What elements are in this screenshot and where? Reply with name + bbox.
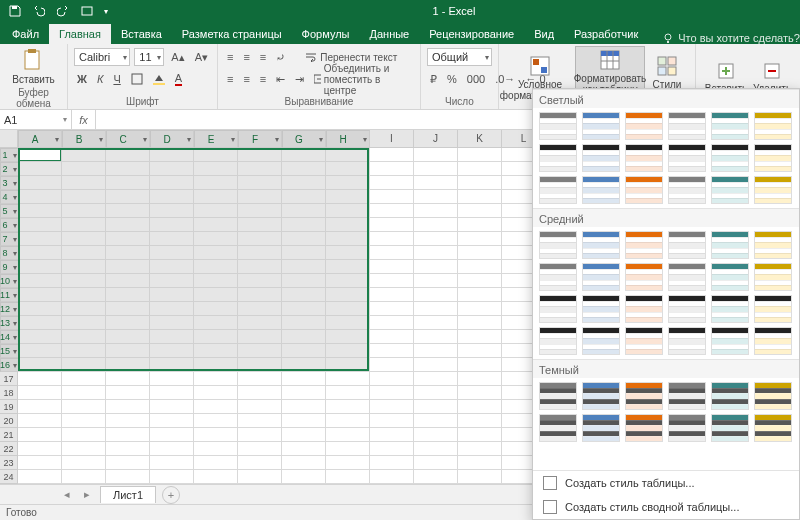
cell[interactable] xyxy=(18,274,62,288)
cell[interactable] xyxy=(18,316,62,330)
cell[interactable] xyxy=(326,260,370,274)
cell[interactable] xyxy=(18,162,62,176)
cell[interactable] xyxy=(62,414,106,428)
col-header[interactable]: A xyxy=(18,130,62,148)
cell[interactable] xyxy=(150,190,194,204)
tab-insert[interactable]: Вставка xyxy=(111,24,172,44)
table-style-swatch[interactable] xyxy=(539,327,577,355)
cell[interactable] xyxy=(326,470,370,484)
cell[interactable] xyxy=(238,302,282,316)
table-style-swatch[interactable] xyxy=(625,231,663,259)
cell[interactable] xyxy=(106,372,150,386)
cell[interactable] xyxy=(414,316,458,330)
cell[interactable] xyxy=(194,358,238,372)
cell[interactable] xyxy=(238,148,282,162)
table-style-swatch[interactable] xyxy=(625,176,663,204)
cell[interactable] xyxy=(370,288,414,302)
cell[interactable] xyxy=(370,190,414,204)
cell[interactable] xyxy=(326,176,370,190)
increase-indent-button[interactable]: ⇥ xyxy=(292,70,307,88)
table-style-swatch[interactable] xyxy=(668,327,706,355)
cell[interactable] xyxy=(62,386,106,400)
cell[interactable] xyxy=(106,470,150,484)
select-all-corner[interactable] xyxy=(0,130,18,148)
cell[interactable] xyxy=(414,260,458,274)
cell[interactable] xyxy=(150,246,194,260)
cell[interactable] xyxy=(62,330,106,344)
cell[interactable] xyxy=(326,344,370,358)
cell[interactable] xyxy=(238,428,282,442)
cell[interactable] xyxy=(370,246,414,260)
cell[interactable] xyxy=(194,204,238,218)
cell[interactable] xyxy=(194,442,238,456)
table-style-swatch[interactable] xyxy=(539,231,577,259)
cell[interactable] xyxy=(106,330,150,344)
cell[interactable] xyxy=(414,288,458,302)
tab-file[interactable]: Файл xyxy=(2,24,49,44)
cell[interactable] xyxy=(150,442,194,456)
tab-review[interactable]: Рецензирование xyxy=(419,24,524,44)
cell[interactable] xyxy=(194,316,238,330)
cell[interactable] xyxy=(238,470,282,484)
table-style-swatch[interactable] xyxy=(625,327,663,355)
table-style-swatch[interactable] xyxy=(754,327,792,355)
cell[interactable] xyxy=(106,344,150,358)
cell[interactable] xyxy=(106,204,150,218)
cell[interactable] xyxy=(62,470,106,484)
cell[interactable] xyxy=(18,400,62,414)
align-left-button[interactable]: ≡ xyxy=(224,70,236,88)
cell[interactable] xyxy=(282,400,326,414)
cell[interactable] xyxy=(194,260,238,274)
cell[interactable] xyxy=(458,372,502,386)
cell[interactable] xyxy=(458,330,502,344)
table-style-swatch[interactable] xyxy=(539,112,577,140)
cell[interactable] xyxy=(106,260,150,274)
cell[interactable] xyxy=(194,246,238,260)
row-header[interactable]: 6 xyxy=(0,218,20,232)
row-header[interactable]: 9 xyxy=(0,260,20,274)
table-style-swatch[interactable] xyxy=(668,176,706,204)
cell[interactable] xyxy=(150,260,194,274)
cell[interactable] xyxy=(458,442,502,456)
cell[interactable] xyxy=(414,246,458,260)
table-style-swatch[interactable] xyxy=(539,414,577,442)
name-box[interactable]: A1▾ xyxy=(0,110,72,129)
cell[interactable] xyxy=(150,344,194,358)
cell[interactable] xyxy=(370,358,414,372)
table-style-swatch[interactable] xyxy=(668,231,706,259)
cell[interactable] xyxy=(414,344,458,358)
cell[interactable] xyxy=(326,148,370,162)
row-header[interactable]: 13 xyxy=(0,316,20,330)
col-header[interactable]: I xyxy=(370,130,414,148)
cell[interactable] xyxy=(18,288,62,302)
row-header[interactable]: 2 xyxy=(0,162,20,176)
cell[interactable] xyxy=(282,442,326,456)
cell[interactable] xyxy=(18,358,62,372)
cell[interactable] xyxy=(238,358,282,372)
cell[interactable] xyxy=(370,162,414,176)
cell[interactable] xyxy=(370,456,414,470)
col-header[interactable]: H xyxy=(326,130,370,148)
cell[interactable] xyxy=(18,330,62,344)
cell[interactable] xyxy=(458,274,502,288)
row-header[interactable]: 22 xyxy=(0,442,18,456)
cell[interactable] xyxy=(282,260,326,274)
cell[interactable] xyxy=(326,386,370,400)
col-header[interactable]: K xyxy=(458,130,502,148)
cells-area[interactable] xyxy=(18,148,546,498)
cell[interactable] xyxy=(62,232,106,246)
cell[interactable] xyxy=(18,470,62,484)
cell[interactable] xyxy=(106,302,150,316)
cell[interactable] xyxy=(62,260,106,274)
table-style-swatch[interactable] xyxy=(539,176,577,204)
cell[interactable] xyxy=(414,232,458,246)
paste-button[interactable]: Вставить xyxy=(6,46,61,87)
table-style-swatch[interactable] xyxy=(539,144,577,172)
cell[interactable] xyxy=(282,330,326,344)
cell[interactable] xyxy=(194,400,238,414)
cell[interactable] xyxy=(414,218,458,232)
cell[interactable] xyxy=(370,316,414,330)
cell[interactable] xyxy=(194,470,238,484)
tab-page-layout[interactable]: Разметка страницы xyxy=(172,24,292,44)
row-header[interactable]: 24 xyxy=(0,470,18,484)
